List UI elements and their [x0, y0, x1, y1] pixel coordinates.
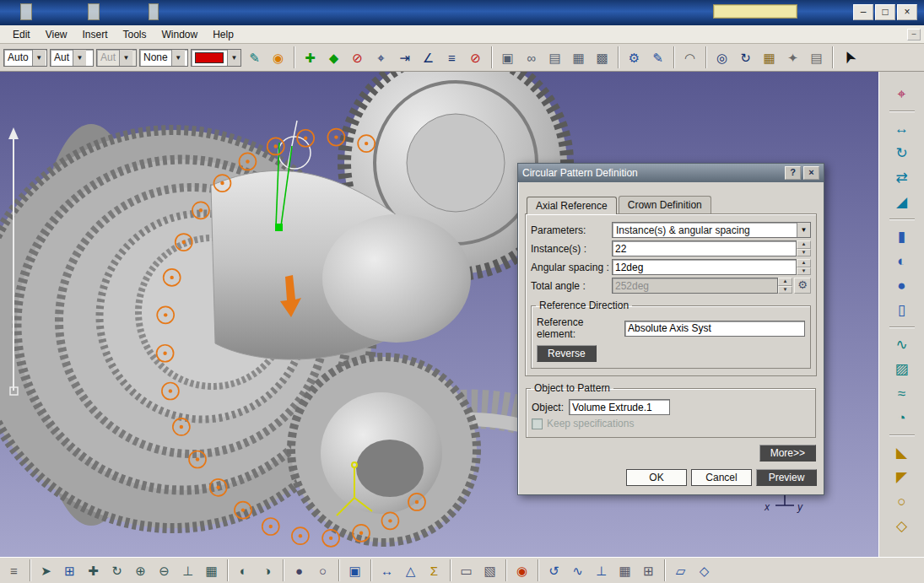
blue-grid-icon[interactable]: ▣ — [344, 559, 365, 581]
titlebar-highlight-field[interactable] — [713, 4, 797, 19]
measure-between-icon[interactable]: ↔ — [376, 559, 397, 581]
zoom-out-icon[interactable]: ⊖ — [154, 559, 175, 581]
fly-mode-icon[interactable]: ➤ — [35, 559, 57, 581]
rotate-3d-icon[interactable]: ↻ — [106, 559, 127, 581]
select-cursor-icon[interactable]: ➤ — [834, 43, 862, 72]
paste-format-icon[interactable]: ▣ — [497, 46, 518, 68]
object-input[interactable] — [569, 399, 670, 415]
extract-icon[interactable]: ◇ — [891, 516, 912, 536]
dialog-help-button[interactable]: ? — [785, 166, 801, 180]
chevron-down-icon[interactable]: ▼ — [227, 50, 240, 66]
helix-icon[interactable]: ∿ — [567, 559, 588, 581]
ok-button[interactable]: OK — [626, 469, 687, 486]
reverse-button[interactable]: Reverse — [537, 345, 597, 362]
cancel-button[interactable]: Cancel — [691, 469, 752, 486]
titlebar[interactable]: – □ × — [0, 0, 924, 25]
shading-icon[interactable]: ● — [289, 559, 310, 581]
instances-spin-up[interactable]: ▲ — [797, 240, 811, 249]
axis-system-icon[interactable]: ⌖ — [891, 84, 912, 104]
none-combo[interactable]: None ▼ — [139, 49, 188, 67]
instances-input[interactable] — [612, 240, 797, 256]
menu-help[interactable]: Help — [205, 26, 241, 43]
cylinder-icon[interactable]: ▯ — [891, 300, 912, 320]
wireframe-toggle-icon[interactable]: ▭ — [456, 559, 477, 581]
depth-effect-icon[interactable]: ▧ — [479, 559, 500, 581]
menu-insert[interactable]: Insert — [74, 26, 115, 43]
menu-tools[interactable]: Tools — [116, 26, 154, 43]
measure-list-icon[interactable]: ≡ — [441, 46, 462, 68]
snap-line-icon[interactable]: ⇥ — [394, 46, 415, 68]
normal-view-icon[interactable]: ⊥ — [177, 559, 198, 581]
named-views-icon[interactable]: ▦ — [759, 46, 780, 68]
rotate-feature-icon[interactable]: ↻ — [891, 143, 912, 163]
reference-element-input[interactable] — [624, 321, 805, 337]
fill-surface-icon[interactable]: ▨ — [891, 359, 912, 379]
datum-grid-icon[interactable]: ▦ — [568, 46, 589, 68]
fit-all-in-icon[interactable]: ⊞ — [59, 559, 80, 581]
painter-icon[interactable]: ◉ — [267, 46, 289, 68]
split-icon[interactable]: ◣ — [891, 442, 912, 462]
copy-view-icon[interactable]: ▤ — [544, 46, 565, 68]
parameters-dropdown[interactable]: Instance(s) & angular spacing ▼ — [612, 222, 811, 238]
pan-icon[interactable]: ✚ — [83, 559, 104, 581]
minimize-button[interactable]: – — [853, 4, 873, 20]
multi-sections-icon[interactable]: ≈ — [891, 383, 912, 403]
zoom-in-icon[interactable]: ⊕ — [130, 559, 151, 581]
angular-spin-up[interactable]: ▲ — [797, 259, 811, 267]
angular-spacing-input[interactable] — [612, 259, 797, 275]
menu-edit[interactable]: Edit — [5, 26, 38, 43]
dialog-titlebar[interactable]: Circular Pattern Definition ? × — [518, 164, 824, 182]
rotate-view-icon[interactable]: ↻ — [735, 46, 756, 68]
measure-item-icon[interactable]: △ — [400, 559, 421, 581]
dialog-close-button[interactable]: × — [803, 166, 819, 180]
wireframe-icon[interactable]: ○ — [312, 559, 333, 581]
color-swatch-combo[interactable]: ▼ — [191, 49, 241, 67]
sketch-anchor-point[interactable] — [275, 224, 283, 231]
rotate-compass-icon[interactable]: ◆ — [323, 46, 344, 68]
no-snap-icon[interactable]: ⊘ — [465, 46, 486, 68]
spiral-icon[interactable]: ↺ — [543, 559, 565, 581]
extrude-icon[interactable]: ▮ — [891, 226, 912, 246]
arc-tool-icon[interactable]: ◠ — [679, 46, 700, 68]
angular-spin-down[interactable]: ▼ — [797, 267, 811, 276]
snap-angle-icon[interactable]: ∠ — [418, 46, 439, 68]
aut-combo[interactable]: Aut ▼ — [50, 49, 94, 67]
power-input-icon[interactable]: ◉ — [511, 559, 532, 581]
catalog-icon[interactable]: ▤ — [806, 46, 827, 68]
multi-view-icon[interactable]: ▦ — [201, 559, 222, 581]
snap-point-icon[interactable]: ⌖ — [370, 46, 392, 68]
more-button[interactable]: More>> — [759, 445, 816, 462]
trim-icon[interactable]: ◤ — [891, 467, 912, 487]
knowledge-gear-icon[interactable]: ⚙ — [624, 46, 645, 68]
instances-spin-down[interactable]: ▼ — [797, 249, 811, 257]
tab-axial-reference[interactable]: Axial Reference — [527, 197, 617, 214]
menu-window[interactable]: Window — [154, 26, 206, 43]
quick-hide-show-icon[interactable]: ◐ — [233, 559, 254, 581]
menubar-overflow-button[interactable]: – — [907, 29, 921, 40]
chain-select-icon[interactable]: ▩ — [592, 46, 613, 68]
no-compass-icon[interactable]: ⊘ — [347, 46, 368, 68]
point-icon[interactable]: ◇ — [694, 559, 715, 581]
link-window-icon[interactable]: ∞ — [521, 46, 542, 68]
snap-to-grid-icon[interactable]: ⊞ — [638, 559, 659, 581]
scale-icon[interactable]: ◢ — [891, 192, 912, 212]
chevron-down-icon[interactable]: ▼ — [797, 223, 810, 237]
graphic-properties-icon[interactable]: ✎ — [244, 46, 265, 68]
chevron-down-icon[interactable]: ▼ — [32, 50, 46, 66]
boundary-icon[interactable]: ○ — [891, 491, 912, 511]
symmetry-icon[interactable]: ⇄ — [891, 167, 912, 187]
auto-combo[interactable]: Auto ▼ — [3, 49, 47, 67]
mass-properties-icon[interactable]: Σ — [424, 559, 445, 581]
plane-icon[interactable]: ▱ — [670, 559, 691, 581]
tab-crown-definition[interactable]: Crown Definition — [619, 196, 711, 213]
formula-edit-icon[interactable]: ✎ — [647, 46, 668, 68]
close-button[interactable]: × — [897, 4, 917, 20]
hide-show-icon[interactable]: ◑ — [257, 559, 278, 581]
render-style-icon[interactable]: ✦ — [782, 46, 803, 68]
chevron-down-icon[interactable]: ▼ — [171, 50, 185, 66]
chevron-down-icon[interactable]: ▼ — [73, 50, 86, 66]
work-grid-icon[interactable]: ▦ — [614, 559, 635, 581]
axis-line-icon[interactable]: ⊥ — [591, 559, 612, 581]
zoom-area-icon[interactable]: ◎ — [711, 46, 732, 68]
revolve-icon[interactable]: ◐ — [891, 251, 912, 271]
